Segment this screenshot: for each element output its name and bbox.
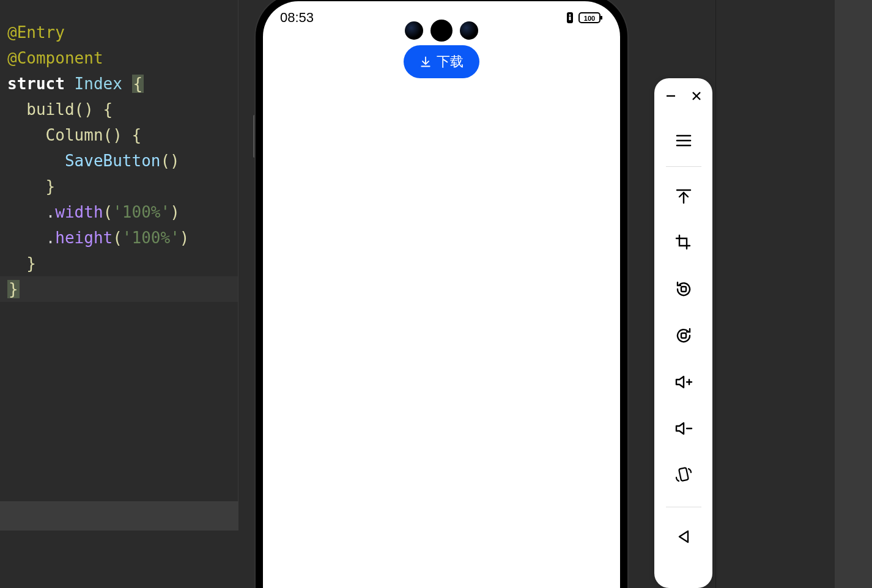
parens: ()	[160, 152, 179, 170]
download-button[interactable]: 下载	[404, 45, 479, 78]
brace: {	[132, 126, 142, 144]
fn-savebutton: SaveButton	[7, 152, 160, 170]
annotation-entry: @Entry	[7, 23, 65, 42]
camera-lens	[430, 20, 453, 42]
divider	[666, 507, 701, 507]
brace: {	[103, 100, 113, 119]
menu-button[interactable]	[665, 122, 702, 159]
parens: ()	[75, 100, 94, 119]
string-arg: '100%'	[113, 203, 170, 221]
upload-icon	[674, 187, 693, 205]
volume-down-icon	[674, 419, 693, 438]
classname: Index	[65, 75, 132, 93]
rotate-cw-button[interactable]	[665, 317, 702, 354]
method-height: height	[55, 229, 113, 247]
shake-icon	[674, 465, 693, 485]
camera-lens	[405, 21, 423, 40]
code-line: .height('100%')	[7, 225, 231, 251]
phone-simulator-frame: 08:53 100 下载	[256, 0, 627, 588]
svg-point-2	[569, 14, 571, 16]
brace: }	[7, 254, 36, 273]
code-line: .width('100%')	[7, 199, 231, 225]
status-time: 08:53	[280, 10, 314, 26]
svg-rect-14	[681, 333, 686, 338]
code-line: }	[7, 251, 231, 276]
code-line: SaveButton()	[7, 148, 231, 174]
editor-status-bar	[0, 501, 238, 531]
rotate-cw-icon	[674, 326, 693, 345]
battery-icon: 100	[578, 12, 603, 24]
alert-icon	[565, 12, 575, 24]
svg-rect-13	[681, 287, 686, 292]
panel-window-controls	[659, 89, 708, 103]
open-brace: {	[132, 75, 144, 93]
code-line: @Entry	[7, 20, 231, 45]
close-brace: }	[7, 280, 20, 298]
download-label: 下载	[437, 53, 464, 71]
phone-screen[interactable]: 08:53 100 下载	[263, 1, 620, 588]
download-icon	[419, 56, 432, 68]
paren: (	[113, 229, 122, 247]
divider	[666, 166, 701, 167]
crop-button[interactable]	[665, 224, 702, 261]
code-editor[interactable]: @Entry @Component struct Index { build()…	[0, 0, 238, 501]
upload-button[interactable]	[665, 178, 702, 215]
rotate-ccw-button[interactable]	[665, 271, 702, 307]
svg-rect-1	[569, 17, 571, 20]
phone-camera-notch	[405, 20, 478, 42]
close-button[interactable]	[690, 89, 703, 103]
code-line: }	[7, 174, 231, 199]
emulator-control-panel	[654, 78, 712, 588]
code-line: struct Index {	[7, 71, 231, 97]
kw-struct: struct	[7, 75, 65, 93]
brace: }	[7, 177, 55, 196]
dot: .	[46, 203, 56, 221]
svg-rect-4	[600, 16, 602, 20]
back-button[interactable]	[665, 518, 702, 555]
paren: (	[103, 203, 113, 221]
minimize-button[interactable]	[664, 89, 678, 103]
volume-up-icon	[674, 373, 693, 391]
code-line: @Component	[7, 45, 231, 71]
method-width: width	[55, 203, 103, 221]
status-right: 100	[565, 12, 603, 24]
dot: .	[46, 229, 56, 247]
svg-text:100: 100	[584, 15, 595, 22]
back-triangle-icon	[676, 529, 692, 545]
paren: )	[180, 229, 190, 247]
paren: )	[170, 203, 180, 221]
parens: ()	[103, 126, 122, 144]
menu-icon	[674, 131, 693, 150]
fn-column: Column	[7, 126, 103, 144]
rotate-ccw-icon	[674, 280, 693, 298]
volume-up-button[interactable]	[665, 364, 702, 400]
svg-rect-18	[679, 468, 689, 481]
annotation-component: @Component	[7, 49, 103, 67]
volume-down-button[interactable]	[665, 410, 702, 447]
shake-button[interactable]	[665, 457, 702, 493]
editor-far-right	[835, 0, 872, 588]
fn-build: build	[7, 100, 75, 119]
code-line: Column() {	[7, 122, 231, 148]
code-line-current: }	[0, 276, 238, 302]
camera-lens	[460, 21, 478, 40]
crop-icon	[674, 233, 693, 252]
string-arg: '100%'	[122, 229, 180, 247]
code-line: build() {	[7, 97, 231, 122]
